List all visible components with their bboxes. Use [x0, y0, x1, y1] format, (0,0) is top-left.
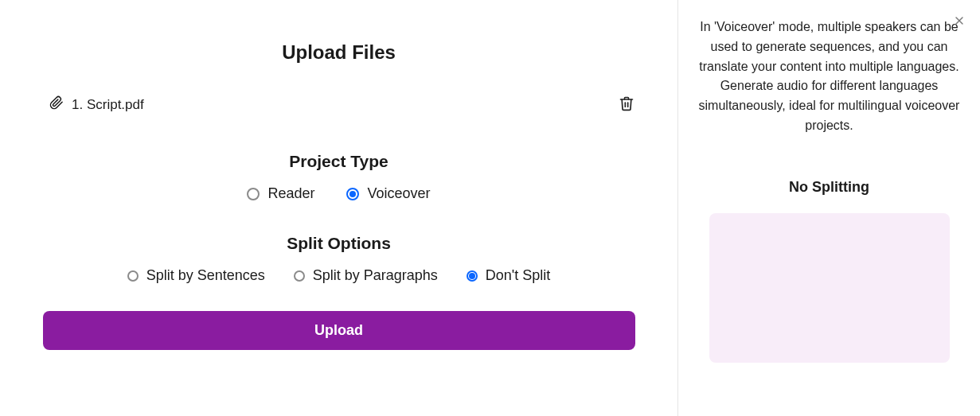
radio-option-split-paragraphs[interactable]: Split by Paragraphs — [294, 267, 438, 284]
file-row: 1. Script.pdf — [19, 92, 658, 117]
split-options-group: Split by Sentences Split by Paragraphs D… — [19, 267, 658, 284]
project-type-heading: Project Type — [19, 152, 658, 171]
split-options-heading: Split Options — [19, 234, 658, 253]
radio-label: Don't Split — [486, 267, 550, 284]
radio-icon — [346, 188, 359, 200]
close-icon — [953, 17, 966, 29]
radio-option-dont-split[interactable]: Don't Split — [467, 267, 550, 284]
radio-label: Voiceover — [367, 185, 430, 202]
radio-icon — [127, 270, 139, 282]
no-splitting-heading: No Splitting — [694, 179, 964, 196]
radio-option-split-sentences[interactable]: Split by Sentences — [127, 267, 265, 284]
radio-label: Split by Paragraphs — [313, 267, 438, 284]
main-panel: Upload Files 1. Script.pdf Project Type … — [0, 0, 677, 416]
paperclip-icon — [49, 95, 64, 114]
radio-icon — [247, 188, 260, 200]
info-sidebar: In 'Voiceover' mode, multiple speakers c… — [677, 0, 980, 416]
no-splitting-preview — [709, 213, 950, 363]
radio-option-reader[interactable]: Reader — [247, 185, 314, 202]
project-type-group: Reader Voiceover — [19, 185, 658, 202]
upload-button[interactable]: Upload — [43, 311, 635, 350]
radio-icon — [294, 270, 305, 282]
delete-file-button[interactable] — [615, 92, 638, 117]
voiceover-info-text: In 'Voiceover' mode, multiple speakers c… — [694, 17, 964, 136]
page-title: Upload Files — [19, 41, 658, 64]
trash-icon — [619, 95, 634, 114]
radio-icon — [467, 270, 478, 282]
file-label: 1. Script.pdf — [72, 97, 144, 113]
radio-label: Split by Sentences — [146, 267, 265, 284]
radio-option-voiceover[interactable]: Voiceover — [346, 185, 430, 202]
radio-label: Reader — [267, 185, 314, 202]
file-item: 1. Script.pdf — [49, 95, 144, 114]
close-sidebar-button[interactable] — [950, 11, 969, 33]
